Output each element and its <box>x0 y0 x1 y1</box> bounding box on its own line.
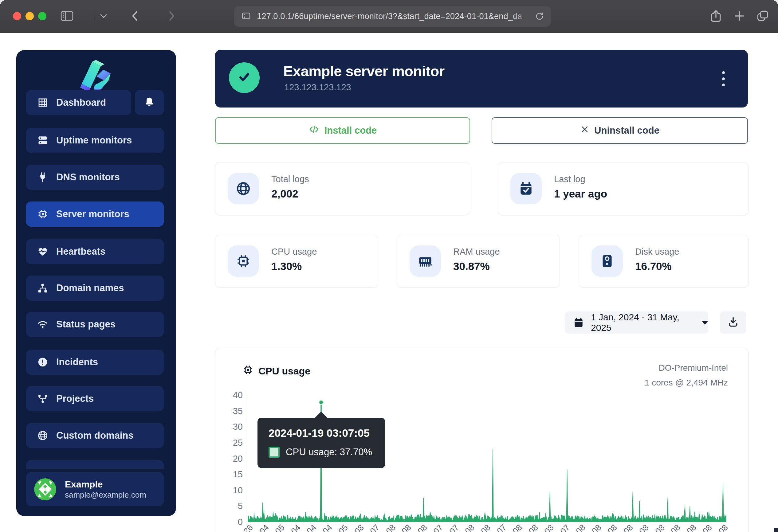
sidebar-item-label: Custom domains <box>56 430 133 441</box>
address-bar[interactable]: 127.0.0.1/66uptime/server-monitor/3?&sta… <box>234 6 551 27</box>
stat-value: 1 year ago <box>554 188 607 200</box>
series-swatch <box>268 447 280 458</box>
sidebar-item-label: Status pages <box>56 319 115 330</box>
chart-tooltip: 2024-01-19 03:07:05 CPU usage: 37.70% <box>257 418 385 468</box>
sidebar-item-label: Heartbeats <box>56 246 105 257</box>
server-icon <box>37 135 48 146</box>
app-logo <box>76 59 116 92</box>
stat-card-cpu-usage: CPU usage 1.30% <box>215 235 378 287</box>
server-cores-label: 1 cores @ 2,494 MHz <box>645 378 728 388</box>
browser-window: 127.0.0.1/66uptime/server-monitor/3?&sta… <box>0 0 778 532</box>
sidebar-toggle-icon[interactable] <box>60 10 74 22</box>
sidebar-item-uptime-monitors[interactable]: Uptime monitors <box>26 128 164 153</box>
cpu-icon <box>37 208 48 219</box>
stat-card-ram-usage: RAM usage 30.87% <box>397 235 560 287</box>
caret-down-icon <box>701 321 708 325</box>
more-options-button[interactable] <box>716 66 731 92</box>
browser-chrome: 127.0.0.1/66uptime/server-monitor/3?&sta… <box>0 0 778 33</box>
sidebar-item-dns-monitors[interactable]: DNS monitors <box>26 165 164 190</box>
sidebar-item-label: Projects <box>56 393 94 404</box>
download-button[interactable] <box>720 312 746 334</box>
y-tick-label: 25 <box>216 438 243 448</box>
avatar <box>34 478 56 500</box>
tooltip-value: CPU usage: 37.70% <box>286 447 372 458</box>
sidebar-item-label: Dashboard <box>56 97 106 108</box>
y-tick-label: 0 <box>216 517 243 527</box>
minimize-window-button[interactable] <box>25 12 34 20</box>
y-tick-label: 35 <box>216 406 243 416</box>
sidebar-item-projects[interactable]: Projects <box>26 386 164 411</box>
download-icon <box>727 316 739 329</box>
stat-label: RAM usage <box>453 247 500 257</box>
calendar-icon <box>573 317 584 328</box>
uninstall-code-label: Uninstall code <box>594 125 659 136</box>
cpu-icon <box>242 364 258 378</box>
bell-icon <box>144 96 155 109</box>
sidebar-item-incidents[interactable]: Incidents <box>26 350 164 375</box>
zoom-window-button[interactable] <box>38 12 47 20</box>
alert-circle-icon <box>37 357 48 368</box>
forward-button-icon[interactable] <box>165 9 178 23</box>
tab-overview-icon[interactable] <box>756 9 769 23</box>
sidebar-item-domain-names[interactable]: Domain names <box>26 275 164 301</box>
sidebar-item-label: Uptime monitors <box>56 135 132 146</box>
status-badge <box>229 62 260 93</box>
stat-label: CPU usage <box>271 247 317 257</box>
install-code-button[interactable]: Install code <box>215 117 470 144</box>
memory-icon <box>409 245 441 277</box>
toolbar-divider <box>94 11 94 21</box>
globe-icon <box>228 173 259 204</box>
new-tab-icon[interactable] <box>732 9 746 23</box>
y-tick-label: 15 <box>216 469 243 479</box>
calendar-check-icon <box>511 173 542 204</box>
sidebar: Dashboard Uptime monitors DNS monitors S… <box>16 50 176 516</box>
sitemap-icon <box>37 283 48 294</box>
check-icon <box>236 69 252 87</box>
globe-icon <box>37 430 48 441</box>
sidebar-item-dashboard[interactable]: Dashboard <box>26 90 131 115</box>
user-name: Example <box>65 478 146 490</box>
y-tick-label: 30 <box>216 422 243 432</box>
tooltip-timestamp: 2024-01-19 03:07:05 <box>268 427 374 439</box>
y-tick-label: 20 <box>216 454 243 464</box>
sidebar-item-heartbeats[interactable]: Heartbeats <box>26 239 164 264</box>
stat-value: 1.30% <box>271 260 302 272</box>
wifi-icon <box>37 319 48 330</box>
disk-icon <box>592 245 623 277</box>
date-range-picker[interactable]: 1 Jan, 2024 - 31 May, 2025 <box>565 312 708 334</box>
sidebar-item-custom-domains[interactable]: Custom domains <box>26 423 164 448</box>
stat-value: 30.87% <box>453 260 490 272</box>
sidebar-item-server-monitors[interactable]: Server monitors <box>26 201 164 227</box>
stat-label: Last log <box>554 174 586 184</box>
close-icon <box>580 125 594 137</box>
url-fade <box>511 6 532 27</box>
server-type-label: DO-Premium-Intel <box>658 363 728 373</box>
heart-pulse-icon <box>37 246 48 257</box>
url-text: 127.0.0.1/66uptime/server-monitor/3?&sta… <box>257 12 522 21</box>
tooltip-arrow <box>314 412 328 419</box>
grid-icon <box>37 97 48 108</box>
stat-card-disk-usage: Disk usage 16.70% <box>579 235 749 287</box>
page-settings-icon[interactable] <box>241 11 251 21</box>
uninstall-code-button[interactable]: Uninstall code <box>492 117 748 144</box>
page-title: Example server monitor <box>283 63 445 80</box>
sidebar-item-status-pages[interactable]: Status pages <box>26 312 164 337</box>
reload-icon[interactable] <box>535 11 544 21</box>
chevron-down-icon[interactable] <box>99 13 108 20</box>
close-window-button[interactable] <box>13 12 21 20</box>
stat-label: Total logs <box>271 174 309 184</box>
chart-title: CPU usage <box>258 365 310 377</box>
corner-widget[interactable] <box>774 528 778 532</box>
sidebar-item-partial <box>26 460 164 469</box>
monitor-ip: 123.123.123.123 <box>284 82 351 92</box>
monitor-header-card: Example server monitor 123.123.123.123 <box>215 50 748 107</box>
user-email: sample@example.com <box>65 490 146 500</box>
user-card[interactable]: Example sample@example.com <box>26 472 164 506</box>
notifications-button[interactable] <box>135 90 164 115</box>
share-nodes-icon <box>37 393 48 404</box>
sidebar-item-label: Incidents <box>56 357 98 368</box>
sidebar-item-label: Server monitors <box>56 208 129 219</box>
share-icon[interactable] <box>709 9 723 23</box>
back-button-icon[interactable] <box>129 9 142 23</box>
plug-icon <box>37 172 48 183</box>
